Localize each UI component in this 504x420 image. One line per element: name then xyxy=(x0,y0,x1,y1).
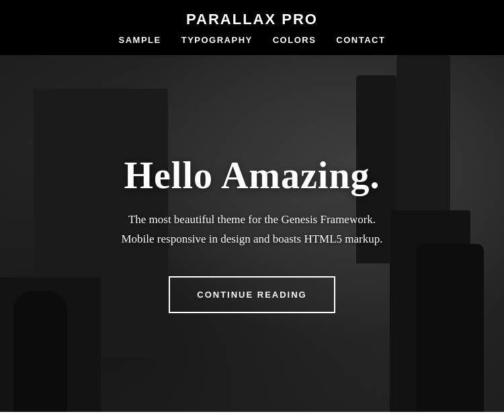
hero-description-line2: Mobile responsive in design and boasts H… xyxy=(121,233,382,245)
hero-section: Hello Amazing. The most beautiful theme … xyxy=(0,55,504,412)
nav-link-typography[interactable]: TYPOGRAPHY xyxy=(181,35,253,45)
hero-description-line1: The most beautiful theme for the Genesis… xyxy=(128,213,376,226)
site-header: PARALLAX PRO SAMPLE TYPOGRAPHY COLORS CO… xyxy=(0,0,504,55)
nav-item-colors[interactable]: COLORS xyxy=(273,34,317,46)
nav-item-sample[interactable]: SAMPLE xyxy=(119,34,161,46)
site-title: PARALLAX PRO xyxy=(0,0,504,34)
nav-item-contact[interactable]: CONTACT xyxy=(336,34,385,46)
nav-link-colors[interactable]: COLORS xyxy=(273,35,317,45)
site-nav: SAMPLE TYPOGRAPHY COLORS CONTACT xyxy=(0,34,504,55)
nav-link-sample[interactable]: SAMPLE xyxy=(119,35,161,45)
hero-content: Hello Amazing. The most beautiful theme … xyxy=(108,140,396,327)
continue-reading-button[interactable]: CONTINUE READING xyxy=(169,276,335,313)
hero-title: Hello Amazing. xyxy=(121,154,382,197)
hero-description: The most beautiful theme for the Genesis… xyxy=(121,210,382,249)
nav-item-typography[interactable]: TYPOGRAPHY xyxy=(181,34,253,46)
nav-link-contact[interactable]: CONTACT xyxy=(336,35,385,45)
